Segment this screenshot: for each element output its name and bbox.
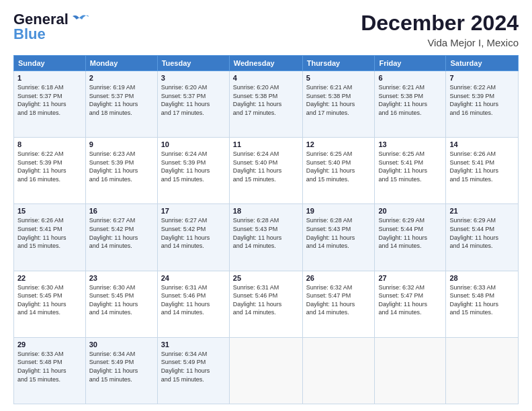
day-number: 29 xyxy=(17,340,82,349)
empty-cell xyxy=(302,337,375,404)
calendar-day-7: 7Sunrise: 6:22 AM Sunset: 5:39 PM Daylig… xyxy=(446,71,519,138)
day-number: 11 xyxy=(233,140,299,148)
day-number: 23 xyxy=(89,274,154,282)
calendar-day-2: 2Sunrise: 6:19 AM Sunset: 5:37 PM Daylig… xyxy=(85,71,157,138)
logo-blue: Blue xyxy=(13,26,46,43)
day-number: 18 xyxy=(233,207,299,215)
day-number: 27 xyxy=(378,274,442,282)
calendar-day-4: 4Sunrise: 6:20 AM Sunset: 5:38 PM Daylig… xyxy=(229,71,302,138)
day-info: Sunrise: 6:20 AM Sunset: 5:38 PM Dayligh… xyxy=(233,83,299,117)
calendar-day-23: 23Sunrise: 6:30 AM Sunset: 5:45 PM Dayli… xyxy=(85,271,157,337)
day-info: Sunrise: 6:25 AM Sunset: 5:40 PM Dayligh… xyxy=(306,150,371,183)
day-number: 2 xyxy=(89,74,154,82)
calendar-day-29: 29Sunrise: 6:33 AM Sunset: 5:48 PM Dayli… xyxy=(14,337,86,404)
day-info: Sunrise: 6:21 AM Sunset: 5:38 PM Dayligh… xyxy=(378,83,442,117)
calendar-day-27: 27Sunrise: 6:32 AM Sunset: 5:47 PM Dayli… xyxy=(375,271,446,337)
day-number: 24 xyxy=(161,274,226,282)
day-header-monday: Monday xyxy=(85,56,157,71)
calendar-day-28: 28Sunrise: 6:33 AM Sunset: 5:48 PM Dayli… xyxy=(446,271,519,337)
day-number: 9 xyxy=(89,140,154,148)
day-info: Sunrise: 6:34 AM Sunset: 5:49 PM Dayligh… xyxy=(89,350,154,383)
day-header-sunday: Sunday xyxy=(14,56,86,71)
header: General Blue December 2024 Vida Mejor I,… xyxy=(13,11,519,48)
empty-cell xyxy=(446,337,519,404)
day-number: 31 xyxy=(161,340,226,349)
calendar-day-18: 18Sunrise: 6:28 AM Sunset: 5:43 PM Dayli… xyxy=(229,204,302,271)
calendar-week-3: 15Sunrise: 6:26 AM Sunset: 5:41 PM Dayli… xyxy=(14,204,519,271)
calendar-day-31: 31Sunrise: 6:34 AM Sunset: 5:49 PM Dayli… xyxy=(157,337,229,404)
day-info: Sunrise: 6:24 AM Sunset: 5:40 PM Dayligh… xyxy=(233,150,299,183)
calendar-day-16: 16Sunrise: 6:27 AM Sunset: 5:42 PM Dayli… xyxy=(85,204,157,271)
calendar-week-2: 8Sunrise: 6:22 AM Sunset: 5:39 PM Daylig… xyxy=(14,138,519,204)
day-info: Sunrise: 6:31 AM Sunset: 5:46 PM Dayligh… xyxy=(161,283,226,317)
day-info: Sunrise: 6:26 AM Sunset: 5:41 PM Dayligh… xyxy=(17,216,82,250)
empty-cell xyxy=(229,337,302,404)
day-number: 19 xyxy=(306,207,371,215)
day-info: Sunrise: 6:28 AM Sunset: 5:43 PM Dayligh… xyxy=(306,216,371,250)
calendar-day-21: 21Sunrise: 6:29 AM Sunset: 5:44 PM Dayli… xyxy=(446,204,519,271)
day-info: Sunrise: 6:25 AM Sunset: 5:41 PM Dayligh… xyxy=(378,150,442,183)
day-number: 25 xyxy=(233,274,299,282)
day-number: 8 xyxy=(17,140,82,148)
calendar-day-26: 26Sunrise: 6:32 AM Sunset: 5:47 PM Dayli… xyxy=(302,271,375,337)
calendar-day-5: 5Sunrise: 6:21 AM Sunset: 5:38 PM Daylig… xyxy=(302,71,375,138)
day-header-thursday: Thursday xyxy=(302,56,375,71)
day-info: Sunrise: 6:27 AM Sunset: 5:42 PM Dayligh… xyxy=(161,216,226,250)
day-info: Sunrise: 6:23 AM Sunset: 5:39 PM Dayligh… xyxy=(89,150,154,183)
calendar-week-1: 1Sunrise: 6:18 AM Sunset: 5:37 PM Daylig… xyxy=(14,71,519,138)
day-number: 16 xyxy=(89,207,154,215)
calendar-day-15: 15Sunrise: 6:26 AM Sunset: 5:41 PM Dayli… xyxy=(14,204,86,271)
day-number: 3 xyxy=(161,74,226,82)
day-info: Sunrise: 6:28 AM Sunset: 5:43 PM Dayligh… xyxy=(233,216,299,250)
empty-cell xyxy=(375,337,446,404)
day-number: 28 xyxy=(449,274,515,282)
calendar-week-4: 22Sunrise: 6:30 AM Sunset: 5:45 PM Dayli… xyxy=(14,271,519,337)
day-info: Sunrise: 6:33 AM Sunset: 5:48 PM Dayligh… xyxy=(17,350,82,383)
day-info: Sunrise: 6:27 AM Sunset: 5:42 PM Dayligh… xyxy=(89,216,154,250)
day-number: 13 xyxy=(378,140,442,148)
calendar-day-14: 14Sunrise: 6:26 AM Sunset: 5:41 PM Dayli… xyxy=(446,138,519,204)
day-number: 20 xyxy=(378,207,442,215)
day-info: Sunrise: 6:30 AM Sunset: 5:45 PM Dayligh… xyxy=(17,283,82,317)
day-number: 22 xyxy=(17,274,82,282)
title-block: December 2024 Vida Mejor I, Mexico xyxy=(361,11,519,48)
day-info: Sunrise: 6:32 AM Sunset: 5:47 PM Dayligh… xyxy=(306,283,371,317)
calendar-day-22: 22Sunrise: 6:30 AM Sunset: 5:45 PM Dayli… xyxy=(14,271,86,337)
calendar-table: SundayMondayTuesdayWednesdayThursdayFrid… xyxy=(13,55,519,404)
day-number: 5 xyxy=(306,74,371,82)
calendar-day-8: 8Sunrise: 6:22 AM Sunset: 5:39 PM Daylig… xyxy=(14,138,86,204)
day-info: Sunrise: 6:34 AM Sunset: 5:49 PM Dayligh… xyxy=(161,350,226,383)
location: Vida Mejor I, Mexico xyxy=(361,37,519,48)
day-info: Sunrise: 6:21 AM Sunset: 5:38 PM Dayligh… xyxy=(306,83,371,117)
day-header-friday: Friday xyxy=(375,56,446,71)
day-info: Sunrise: 6:22 AM Sunset: 5:39 PM Dayligh… xyxy=(17,150,82,183)
day-info: Sunrise: 6:26 AM Sunset: 5:41 PM Dayligh… xyxy=(449,150,515,183)
calendar-day-3: 3Sunrise: 6:20 AM Sunset: 5:37 PM Daylig… xyxy=(157,71,229,138)
day-info: Sunrise: 6:30 AM Sunset: 5:45 PM Dayligh… xyxy=(89,283,154,317)
day-info: Sunrise: 6:33 AM Sunset: 5:48 PM Dayligh… xyxy=(449,283,515,317)
day-info: Sunrise: 6:22 AM Sunset: 5:39 PM Dayligh… xyxy=(449,83,515,117)
day-number: 1 xyxy=(17,74,82,82)
logo: General Blue xyxy=(13,11,89,43)
day-info: Sunrise: 6:29 AM Sunset: 5:44 PM Dayligh… xyxy=(449,216,515,250)
day-number: 4 xyxy=(233,74,299,82)
calendar-week-5: 29Sunrise: 6:33 AM Sunset: 5:48 PM Dayli… xyxy=(14,337,519,404)
logo-bird-icon xyxy=(70,13,89,26)
calendar-day-30: 30Sunrise: 6:34 AM Sunset: 5:49 PM Dayli… xyxy=(85,337,157,404)
calendar-day-24: 24Sunrise: 6:31 AM Sunset: 5:46 PM Dayli… xyxy=(157,271,229,337)
page: General Blue December 2024 Vida Mejor I,… xyxy=(0,0,532,411)
month-title: December 2024 xyxy=(361,11,519,36)
day-number: 10 xyxy=(161,140,226,148)
day-number: 7 xyxy=(449,74,515,82)
calendar-day-9: 9Sunrise: 6:23 AM Sunset: 5:39 PM Daylig… xyxy=(85,138,157,204)
day-number: 14 xyxy=(449,140,515,148)
calendar-day-1: 1Sunrise: 6:18 AM Sunset: 5:37 PM Daylig… xyxy=(14,71,86,138)
day-info: Sunrise: 6:24 AM Sunset: 5:39 PM Dayligh… xyxy=(161,150,226,183)
day-number: 30 xyxy=(89,340,154,349)
calendar-day-25: 25Sunrise: 6:31 AM Sunset: 5:46 PM Dayli… xyxy=(229,271,302,337)
day-info: Sunrise: 6:29 AM Sunset: 5:44 PM Dayligh… xyxy=(378,216,442,250)
calendar-day-13: 13Sunrise: 6:25 AM Sunset: 5:41 PM Dayli… xyxy=(375,138,446,204)
calendar-day-11: 11Sunrise: 6:24 AM Sunset: 5:40 PM Dayli… xyxy=(229,138,302,204)
day-number: 6 xyxy=(378,74,442,82)
day-info: Sunrise: 6:31 AM Sunset: 5:46 PM Dayligh… xyxy=(233,283,299,317)
